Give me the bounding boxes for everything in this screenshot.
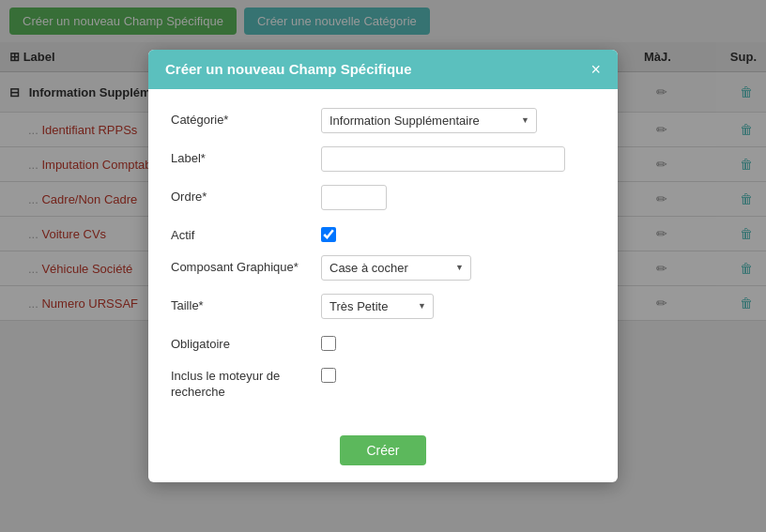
form-row-ordre: Ordre* <box>171 185 595 210</box>
actif-checkbox[interactable] <box>321 227 336 242</box>
form-row-composant: Composant Graphique* Case à cocher Champ… <box>171 255 595 281</box>
modal-body: Catégorie* Information Supplémentaire La… <box>148 89 618 427</box>
categorie-select-wrapper: Information Supplémentaire <box>321 108 537 133</box>
form-row-label: Label* <box>171 146 595 172</box>
ordre-label: Ordre* <box>171 185 321 204</box>
obligatoire-label: Obligatoire <box>171 332 321 351</box>
modal-footer: Créer <box>148 426 618 482</box>
create-button[interactable]: Créer <box>340 435 425 465</box>
modal-overlay: Créer un nouveau Champ Spécifique × Caté… <box>0 0 766 532</box>
composant-label: Composant Graphique* <box>171 255 321 274</box>
taille-select[interactable]: Très Petite Petite Moyenne Grande <box>321 294 434 319</box>
categorie-label: Catégorie* <box>171 108 321 127</box>
moteur-label: Inclus le moteyur de recherche <box>171 364 321 401</box>
taille-select-wrapper: Très Petite Petite Moyenne Grande <box>321 294 434 319</box>
label-label: Label* <box>171 146 321 165</box>
modal-header: Créer un nouveau Champ Spécifique × <box>148 50 618 89</box>
composant-select[interactable]: Case à cocher Champ texte Liste déroulan… <box>321 255 471 281</box>
form-row-obligatoire: Obligatoire <box>171 332 595 351</box>
modal-title: Créer un nouveau Champ Spécifique <box>165 61 412 77</box>
modal-close-btn[interactable]: × <box>590 61 601 78</box>
label-input[interactable] <box>321 146 565 172</box>
form-row-moteur: Inclus le moteyur de recherche <box>171 364 595 401</box>
moteur-checkbox[interactable] <box>321 368 336 383</box>
form-row-taille: Taille* Très Petite Petite Moyenne Grand… <box>171 294 595 319</box>
ordre-input[interactable] <box>321 185 387 210</box>
form-row-actif: Actif <box>171 223 595 242</box>
actif-label: Actif <box>171 223 321 242</box>
modal-dialog: Créer un nouveau Champ Spécifique × Caté… <box>148 50 618 483</box>
categorie-select[interactable]: Information Supplémentaire <box>321 108 537 133</box>
obligatoire-checkbox[interactable] <box>321 336 336 351</box>
taille-label: Taille* <box>171 294 321 312</box>
form-row-categorie: Catégorie* Information Supplémentaire <box>171 108 595 133</box>
composant-select-wrapper: Case à cocher Champ texte Liste déroulan… <box>321 255 471 281</box>
